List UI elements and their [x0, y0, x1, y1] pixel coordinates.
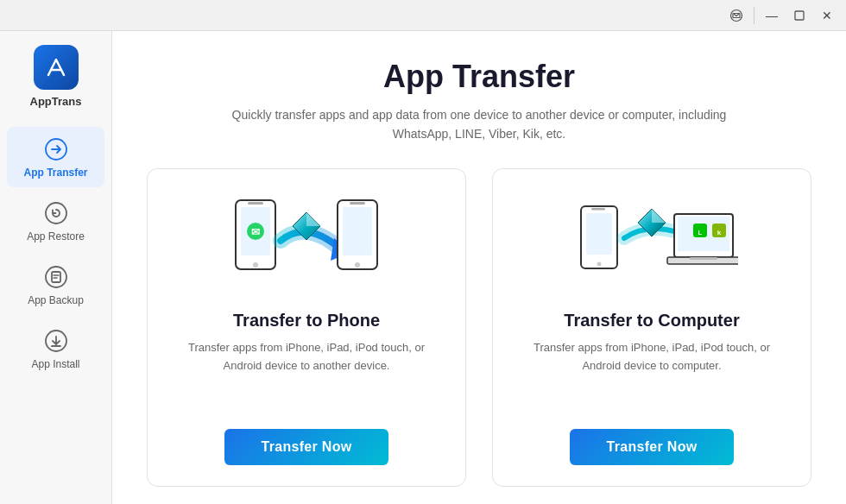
svg-text:✉: ✉ [251, 226, 260, 238]
app-name-label: AppTrans [30, 95, 82, 108]
app-logo-container: AppTrans [30, 45, 82, 108]
main-content: App Transfer Quickly transfer apps and a… [112, 31, 846, 504]
svg-rect-10 [248, 202, 263, 205]
card-desc-phone: Transfer apps from iPhone, iPad, iPod to… [172, 339, 441, 412]
install-icon [42, 327, 70, 355]
card-title-computer: Transfer to Computer [564, 311, 739, 331]
page-subtitle: Quickly transfer apps and app data from … [147, 105, 811, 144]
sidebar-item-label-transfer: App Transfer [23, 167, 87, 179]
page-title: App Transfer [147, 59, 811, 95]
card-desc-computer: Transfer apps from iPhone, iPad, iPod to… [517, 339, 786, 412]
svg-rect-23 [591, 208, 605, 211]
svg-rect-22 [586, 213, 612, 255]
transfer-to-phone-button[interactable]: Transfer Now [224, 429, 388, 465]
transfer-computer-illustration: L k [565, 193, 738, 297]
svg-marker-14 [306, 212, 320, 226]
sidebar-item-label-restore: App Restore [27, 230, 85, 243]
title-separator [754, 7, 754, 24]
sidebar-item-app-restore[interactable]: App Restore [7, 191, 104, 251]
svg-point-20 [355, 262, 360, 268]
app-logo [34, 45, 79, 90]
svg-rect-6 [52, 272, 60, 282]
transfer-phone-illustration: ✉ [220, 193, 393, 297]
transfer-to-phone-card: ✉ Transfer to Phone Transfer apps from i… [147, 168, 466, 487]
svg-point-11 [253, 262, 258, 268]
transfer-icon [42, 135, 70, 163]
sidebar-item-label-backup: App Backup [28, 294, 84, 306]
svg-rect-35 [690, 257, 717, 260]
restore-icon [42, 199, 70, 227]
card-title-phone: Transfer to Phone [233, 311, 380, 331]
sidebar-item-label-install: App Install [31, 358, 79, 370]
svg-point-5 [46, 267, 66, 287]
sidebar-item-app-install[interactable]: App Install [7, 318, 104, 379]
sidebar-item-app-backup[interactable]: App Backup [7, 255, 104, 315]
svg-rect-2 [795, 11, 804, 20]
window-controls: — ✕ [724, 3, 839, 28]
title-bar: — ✕ [0, 0, 846, 31]
close-button[interactable]: ✕ [815, 3, 839, 28]
minimize-button[interactable]: — [760, 3, 784, 28]
sidebar-item-app-transfer[interactable]: App Transfer [7, 127, 104, 187]
svg-point-24 [597, 261, 602, 266]
transfer-to-computer-card: L k Transfer to Computer Transfer apps f… [492, 168, 811, 487]
svg-rect-18 [343, 207, 372, 255]
svg-text:L: L [698, 229, 703, 236]
email-button[interactable] [724, 3, 748, 28]
maximize-button[interactable] [787, 3, 811, 28]
svg-text:k: k [717, 229, 722, 236]
sidebar: AppTrans App Transfer App Restore [0, 31, 112, 504]
cards-container: ✉ Transfer to Phone Transfer apps from i… [147, 168, 811, 487]
svg-rect-19 [350, 202, 365, 205]
transfer-to-computer-button[interactable]: Transfer Now [570, 429, 734, 465]
app-body: AppTrans App Transfer App Restore [0, 31, 846, 504]
backup-icon [42, 263, 70, 291]
